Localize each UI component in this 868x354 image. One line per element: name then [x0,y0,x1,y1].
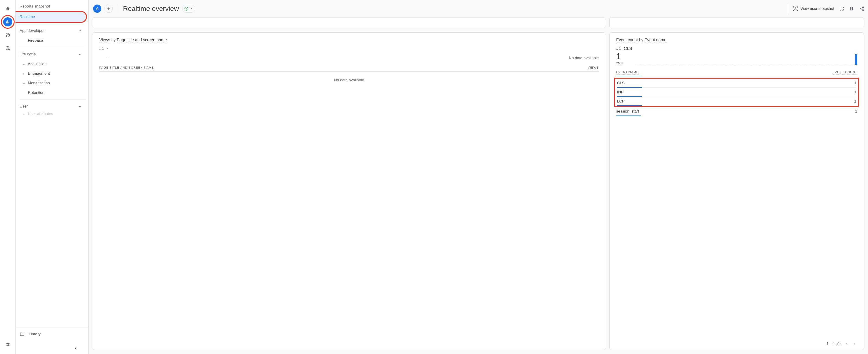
table-row[interactable]: session_start 1 [616,107,857,116]
chevron-right-icon [853,342,856,346]
event-name: INP [617,90,623,95]
svg-rect-2 [8,22,9,24]
nav-item-label: Reports snapshot [20,4,50,9]
nav-sub-monetization[interactable]: ▸ Monetization [16,78,88,88]
collapse-nav-button[interactable] [72,345,79,352]
events-highlight-box: CLS 1 INP 1 LCP 1 [614,78,859,107]
event-count: 1 [854,81,856,85]
left-nav: Reports snapshot Realtime App developer … [16,0,89,354]
topbar: A Realtime overview View user snapshot [89,0,868,17]
caret-right-icon: ▸ [22,113,26,115]
check-circle-icon [184,6,189,11]
events-sparkline [637,54,857,65]
advertising-icon[interactable] [3,44,12,53]
svg-point-7 [795,8,796,9]
nav-group-label: Life cycle [20,52,36,57]
event-count: 1 [854,99,856,104]
events-big-number: 1 [616,52,632,61]
nav-library[interactable]: Library [20,330,84,339]
svg-point-6 [185,7,188,10]
nav-sub-label: Firebase [28,38,43,43]
nav-sub-user-attributes[interactable]: ▸ User attributes [16,111,88,116]
nav-sub-engagement[interactable]: ▸ Engagement [16,69,88,78]
events-percent: 25% [616,61,632,65]
nav-sub-label: User attributes [28,112,53,116]
content: Views by Page title and screen name #1 -… [89,17,868,354]
nav-sub-label: Monetization [28,81,50,85]
views-dimension[interactable]: Page title and screen name [117,38,167,42]
card-stub-left [93,17,606,28]
chevron-up-icon [78,105,82,108]
events-col-right: EVENT COUNT [833,70,857,74]
home-icon[interactable] [3,4,12,13]
plus-icon [106,7,111,11]
chevron-up-icon [78,29,82,33]
views-card: Views by Page title and screen name #1 -… [93,32,606,350]
settings-icon[interactable] [3,340,12,349]
compare-icon [849,6,854,11]
main-area: A Realtime overview View user snapshot [89,0,868,354]
view-user-snapshot-button[interactable]: View user snapshot [793,6,834,11]
views-table-header: PAGE TITLE AND SCREEN NAME VIEWS [99,66,599,70]
events-dimension[interactable]: Event name [644,38,666,42]
events-card: Event count by Event name #1 CLS 1 25% [610,32,864,350]
pager-text: 1 – 4 of 4 [827,342,842,346]
views-rank: #1 - [99,46,599,51]
caret-right-icon: ▸ [22,63,26,65]
views-no-data-body: No data available [99,72,599,82]
nav-group-app-developer[interactable]: App developer [16,26,86,36]
svg-rect-10 [851,7,852,11]
compare-button[interactable] [849,6,854,11]
event-count: 1 [855,109,857,114]
fullscreen-icon [839,6,844,11]
nav-sub-firebase[interactable]: Firebase [16,36,88,45]
nav-sub-label: Engagement [28,71,50,76]
add-comparison-button[interactable] [104,5,113,13]
events-metric[interactable]: Event count [616,38,638,42]
pager-next-button[interactable] [852,341,857,347]
event-name: session_start [616,109,639,114]
caret-down-icon [190,7,193,10]
table-row[interactable]: CLS 1 [617,79,856,88]
event-count: 1 [854,90,856,95]
nav-item-label: Realtime [20,14,35,19]
chevron-left-icon [845,342,848,346]
event-name: CLS [617,81,624,85]
nav-group-life-cycle[interactable]: Life cycle [16,49,86,59]
user-snapshot-label: View user snapshot [801,6,834,11]
nav-sub-retention[interactable]: Retention [16,88,88,98]
status-dropdown[interactable] [182,5,195,12]
chevron-left-icon [73,346,78,351]
table-row[interactable]: INP 1 [617,88,856,97]
share-button[interactable] [859,6,864,11]
views-col-right: VIEWS [588,66,599,70]
share-icon [859,6,864,11]
nav-group-user[interactable]: User [16,101,86,111]
svg-point-4 [7,47,8,49]
chevron-up-icon [78,52,82,56]
caret-right-icon: ▸ [22,72,26,75]
views-metric[interactable]: Views [99,38,110,42]
table-row[interactable]: LCP 1 [617,97,856,106]
library-label: Library [29,332,41,337]
nav-group-label: App developer [20,29,45,33]
user-snapshot-icon [793,6,798,11]
pager-prev-button[interactable] [844,341,849,347]
svg-rect-8 [850,7,851,10]
events-col-left: EVENT NAME [616,70,639,74]
views-no-data-top: No data available [569,56,599,60]
events-pager: 1 – 4 of 4 [616,339,857,347]
caret-right-icon: ▸ [22,82,26,84]
fullscreen-button[interactable] [839,6,844,11]
nav-realtime[interactable]: Realtime [16,12,86,22]
nav-reports-snapshot[interactable]: Reports snapshot [16,1,86,11]
audience-chip[interactable]: A [93,5,101,13]
svg-rect-9 [852,7,854,10]
icon-rail [0,0,16,354]
explore-icon[interactable] [3,31,12,40]
nav-sub-acquisition[interactable]: ▸ Acquisition [16,59,88,69]
card-stub-right [610,17,864,28]
event-name: LCP [617,99,624,104]
views-col-left: PAGE TITLE AND SCREEN NAME [99,66,154,70]
reports-icon[interactable] [3,17,12,27]
